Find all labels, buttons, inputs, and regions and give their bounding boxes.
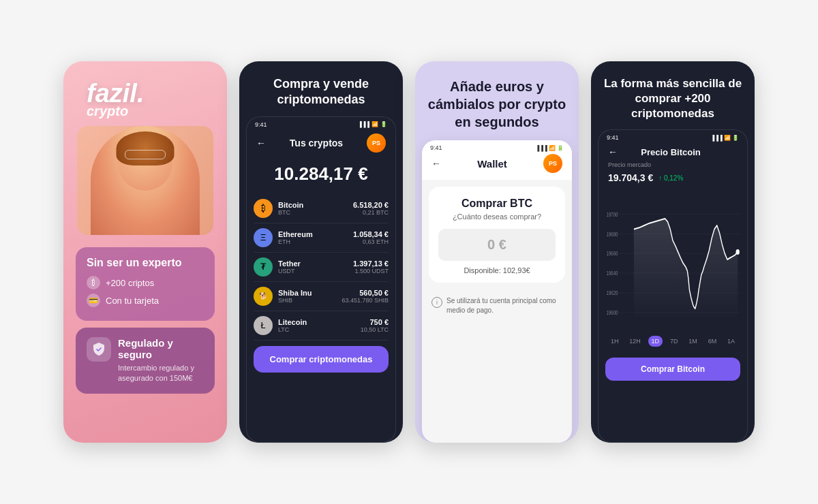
litecoin-value: 750 € 10,50 LTC — [361, 318, 389, 333]
status-bar-3: 9:41 ▐▐▐ 📶 🔋 — [422, 140, 572, 151]
card-icon: 💳 — [87, 294, 100, 307]
svg-text:19680: 19680 — [607, 231, 618, 238]
amount-input[interactable]: 0 € — [438, 229, 556, 261]
payment-note: i Se utilizará tu cuenta principal como … — [422, 289, 572, 322]
tether-value: 1.397,13 € 1.500 UDST — [353, 259, 389, 274]
card-wallet: Añade euros y cámbialos por crypto en se… — [415, 61, 579, 443]
feature-card: 💳 Con tu tarjeta — [87, 294, 204, 307]
card4-header: La forma más sencilla de comprar +200 cr… — [591, 61, 755, 129]
status-icons-3: ▐▐▐ 📶 🔋 — [536, 144, 564, 151]
svg-text:19620: 19620 — [607, 289, 618, 296]
bitcoin-price-title: Precio Bitcoin — [641, 147, 700, 157]
fazil-logo: fazil. — [87, 80, 144, 106]
screen-header-2: ← Tus cryptos PS — [247, 131, 395, 158]
available-balance: Disponible: 102,93€ — [438, 266, 556, 274]
tether-info: Tether USDT — [278, 259, 353, 274]
chart-svg: 19700 19680 19660 19640 19620 19600 — [605, 191, 740, 328]
back-arrow-2[interactable]: ← — [256, 138, 266, 148]
payment-note-text: Se utilizará tu cuenta principal como me… — [446, 296, 562, 315]
buy-cryptos-button[interactable]: Comprar criptomonedas — [254, 346, 389, 373]
price-change: ↑ 0,12% — [658, 174, 683, 182]
svg-text:19660: 19660 — [607, 251, 618, 257]
crypto-icon: ₿ — [87, 276, 100, 289]
card-fazil: fazil. crypto Sin ser un experto ₿ +200 … — [63, 61, 227, 443]
card3-header: Añade euros y cámbialos por crypto en se… — [415, 61, 579, 140]
shield-icon — [87, 337, 111, 362]
tab-6m[interactable]: 6M — [705, 336, 721, 347]
status-bar-2: 9:41 ▐▐▐📶🔋 — [247, 117, 395, 131]
phone-screen-wallet: 9:41 ▐▐▐ 📶 🔋 ← Wallet PS Comprar BTC ¿Cu… — [422, 140, 572, 443]
bitcoin-value: 6.518,20 € 0,21 BTC — [353, 201, 389, 216]
price-header: ← Precio Bitcoin — [599, 144, 747, 161]
litecoin-info: Litecoin LTC — [278, 318, 361, 333]
tab-1h[interactable]: 1H — [607, 336, 622, 347]
screens-container: fazil. crypto Sin ser un experto ₿ +200 … — [50, 48, 768, 456]
card2-header: Compra y vende criptomonedas — [239, 61, 403, 116]
crypto-litecoin[interactable]: Ł Litecoin LTC 750 € 10,50 LTC — [254, 311, 389, 341]
phone-screen-cryptos: 9:41 ▐▐▐📶🔋 ← Tus cryptos PS 10.284,17 € … — [246, 116, 396, 443]
shiba-icon: 🐕 — [254, 287, 273, 306]
market-label: Precio mercado — [608, 161, 651, 168]
litecoin-icon: Ł — [254, 316, 273, 335]
status-icons-4: ▐▐▐ 📶 🔋 — [711, 134, 739, 141]
ethereum-value: 1.058,34 € 0,63 ETH — [353, 230, 389, 245]
wallet-screen-title: Wallet — [477, 158, 507, 170]
secure-text: Intercambio regulado y asegurado con 150… — [118, 363, 204, 384]
feature-cryptos: ₿ +200 criptos — [87, 276, 204, 289]
bitcoin-info: Bitcoin BTC — [278, 201, 353, 216]
crypto-tether[interactable]: ₮ Tether USDT 1.397,13 € 1.500 UDST — [254, 253, 389, 282]
info-icon: i — [431, 297, 442, 308]
svg-text:19640: 19640 — [607, 270, 618, 277]
ethereum-info: Ethereum ETH — [278, 230, 353, 245]
tab-1d[interactable]: 1D — [648, 336, 663, 347]
features-box: Sin ser un experto ₿ +200 criptos 💳 Con … — [76, 247, 215, 321]
buy-btc-section: Comprar BTC ¿Cuánto deseas comprar? 0 € … — [429, 187, 565, 283]
bitcoin-icon: ₿ — [254, 199, 273, 218]
shiba-info: Shiba Inu SHIB — [278, 289, 342, 304]
card-tus-cryptos: Compra y vende criptomonedas 9:41 ▐▐▐📶🔋 … — [239, 61, 403, 443]
crypto-list: ₿ Bitcoin BTC 6.518,20 € 0,21 BTC Ξ Ethe… — [247, 194, 395, 341]
svg-text:19600: 19600 — [607, 309, 618, 316]
total-balance: 10.284,17 € — [247, 158, 395, 194]
tab-12h[interactable]: 12H — [626, 336, 644, 347]
avatar-3: PS — [543, 154, 562, 173]
phone-screen-bitcoin: 9:41 ▐▐▐ 📶 🔋 ← Precio Bitcoin Precio mer… — [598, 129, 748, 443]
status-bar-4: 9:41 ▐▐▐ 📶 🔋 — [599, 130, 747, 144]
buy-btc-title: Comprar BTC — [438, 198, 556, 210]
time-tabs: 1H 12H 1D 7D 1M 6M 1A — [599, 330, 747, 352]
secure-title: Regulado y seguro — [118, 337, 204, 360]
buy-btc-subtitle: ¿Cuánto deseas comprar? — [438, 212, 556, 221]
svg-text:19700: 19700 — [607, 211, 618, 218]
bitcoin-price-value: 19.704,3 € — [608, 172, 653, 183]
crypto-ethereum[interactable]: Ξ Ethereum ETH 1.058,34 € 0,63 ETH — [254, 223, 389, 253]
tab-1m[interactable]: 1M — [685, 336, 701, 347]
back-arrow-4[interactable]: ← — [608, 146, 618, 157]
card-bitcoin-price: La forma más sencilla de comprar +200 cr… — [591, 61, 755, 443]
secure-box: Regulado y seguro Intercambio regulado y… — [76, 328, 215, 394]
back-arrow-3[interactable]: ← — [431, 158, 441, 169]
ethereum-icon: Ξ — [254, 228, 273, 247]
svg-point-13 — [736, 249, 740, 255]
tab-1a[interactable]: 1A — [724, 336, 738, 347]
tether-icon: ₮ — [254, 257, 273, 277]
features-title: Sin ser un experto — [87, 257, 204, 269]
crypto-bitcoin[interactable]: ₿ Bitcoin BTC 6.518,20 € 0,21 BTC — [254, 194, 389, 223]
status-icons-2: ▐▐▐📶🔋 — [358, 121, 387, 128]
avatar-2: PS — [367, 133, 386, 153]
crypto-shiba[interactable]: 🐕 Shiba Inu SHIB 560,50 € 63.451.780 SHI… — [254, 282, 389, 311]
screen-header-3: ← Wallet PS — [422, 151, 572, 180]
shiba-value: 560,50 € 63.451.780 SHIB — [342, 289, 389, 304]
price-chart: 19700 19680 19660 19640 19620 19600 — [599, 189, 747, 330]
tab-7d[interactable]: 7D — [667, 336, 682, 347]
screen-title-2: Tus cryptos — [290, 138, 343, 148]
buy-bitcoin-button[interactable]: Comprar Bitcoin — [605, 358, 740, 381]
